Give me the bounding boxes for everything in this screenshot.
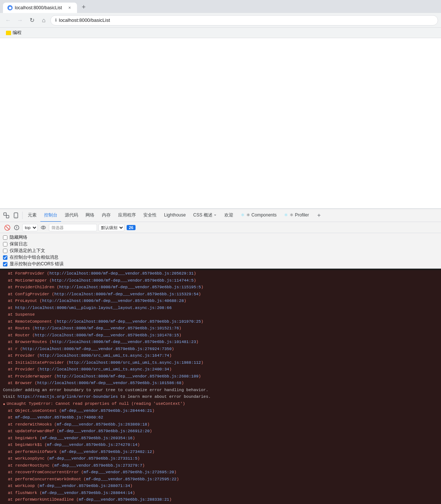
refresh-button[interactable]: ↻ [27,15,37,26]
group-similar-label: 在控制台中组合相似消息 [10,254,59,261]
console-line: at MotionWrapper (http://localhost:8000/… [0,277,441,284]
console-toolbar: 🚫 top 默认级别 26 [0,222,441,233]
console-line: at http://localhost:8000/umi__plugin-lay… [0,305,441,312]
console-line: at Suspense [0,311,441,318]
devtools-tab-memory[interactable]: 内存 [98,209,114,222]
console-line: at ProviderWrapper (http://localhost:800… [0,373,441,380]
console-line: at workLoop (mf-dep___vendor.8579e6bb.js… [0,483,441,490]
console-error-filter-btn[interactable] [13,224,21,232]
console-line: at Provider (http://localhost:8000/src_u… [0,366,441,373]
devtools-tab-elements[interactable]: 元素 [24,209,40,222]
address-bar[interactable]: ℹ localhost:8000/basicList [50,15,438,26]
devtools-panel: 元素 控制台 源代码 网络 内存 应用程序 安全性 Lighthouse CSS… [0,208,441,504]
devtools-tab-network[interactable]: 网络 [82,209,98,222]
devtools-tab-profiler[interactable]: ⚛ ⚛ Profiler [280,209,313,222]
tab-bar: localhost:8000/basicList × + [0,0,441,13]
option-cors-errors: 显示控制台中的CORS 错误 [3,261,438,267]
console-line: at updateForwardRef (mf-dep___vendor.857… [0,428,441,435]
console-line: at Routes (http://localhost:8000/mf-dep_… [0,325,441,332]
page-content [0,38,441,208]
console-line: at r (http://localhost:8000/mf-dep___ven… [0,346,441,353]
devtools-more-tabs[interactable]: + [314,211,324,220]
browser-chrome: localhost:8000/basicList × + [0,0,441,13]
devtools-toolbar: 元素 控制台 源代码 网络 内存 应用程序 安全性 Lighthouse CSS… [0,209,441,222]
bookmark-item-programming[interactable]: 编程 [3,29,24,37]
svg-rect-1 [6,215,9,218]
console-line-normal: Consider adding an error boundary to you… [0,387,441,394]
bookmark-label: 编程 [13,30,21,36]
console-line: at InitialStateProvider (http://localhos… [0,359,441,366]
error-circle-icon: ● [3,401,5,407]
devtools-tab-security[interactable]: 安全性 [140,209,160,222]
console-line: at Browser (http://localhost:8000/mf-dep… [0,380,441,387]
devtools-tab-welcome[interactable]: 欢迎 [221,209,237,222]
hide-network-label: 隐藏网络 [10,234,27,241]
back-button[interactable]: ← [3,15,13,26]
devtools-tab-components[interactable]: ⚛ ⚛ Components [237,209,280,222]
option-selected-context: 仅限选定的上下文 [3,248,438,254]
svg-rect-0 [4,213,6,215]
console-line: at mf-dep___vendor.8579e6bb.js:74060:62 [0,414,441,421]
console-line: at ConfigProvider (http://localhost:8000… [0,291,441,298]
devtools-tab-console[interactable]: 控制台 [40,209,61,222]
devtools-tab-application[interactable]: 应用程序 [114,209,140,222]
svg-point-6 [16,228,17,229]
devtools-tab-lighthouse[interactable]: Lighthouse [160,209,190,222]
svg-point-7 [41,226,46,229]
console-line: at RemoteComponent (http://localhost:800… [0,318,441,325]
selected-context-checkbox[interactable] [3,249,7,253]
console-level-select[interactable]: 默认级别 [98,224,124,231]
address-text: localhost:8000/basicList [59,17,110,23]
console-line: at BrowserRoutes (http://localhost:8000/… [0,339,441,346]
devtools-icon-device[interactable] [11,211,21,220]
home-button[interactable]: ⌂ [39,15,49,26]
tab-favicon [7,5,13,10]
new-tab-button[interactable]: + [78,2,89,12]
console-line: at performWorkUntilDeadline (mf-dep___ve… [0,496,441,503]
option-hide-network: 隐藏网络 [3,234,438,241]
console-line: at beginWork$1 (mf-dep___vendor.8579e6bb… [0,441,441,448]
option-preserve-log: 保留日志 [3,241,438,247]
console-filter-input[interactable] [49,224,97,231]
active-tab[interactable]: localhost:8000/basicList × [3,3,77,13]
console-eye-btn[interactable] [39,224,47,232]
preserve-log-label: 保留日志 [10,241,27,247]
console-line: at beginWork (mf-dep___vendor.8579e6bb.j… [0,435,441,442]
console-error-badge: 26 [127,225,136,230]
cors-errors-checkbox[interactable] [3,262,7,266]
console-line: at performUnitOfWork (mf-dep___vendor.85… [0,448,441,456]
devtools-tab-css-overview[interactable]: CSS 概述 [190,209,221,222]
bookmarks-bar: 编程 [0,28,441,38]
nav-bar: ← → ↻ ⌂ ℹ localhost:8000/basicList [0,13,441,28]
devtools-icon-inspect[interactable] [1,211,11,220]
hide-network-checkbox[interactable] [3,235,7,240]
console-line: at renderRootSync (mf-dep___vendor.8579e… [0,462,441,469]
group-similar-checkbox[interactable] [3,255,7,260]
devtools-tab-sources[interactable]: 源代码 [61,209,82,222]
console-line: at flushWork (mf-dep___vendor.8579e6bb.j… [0,490,441,497]
console-error-marker-line: ● Uncaught TypeError: Cannot read proper… [0,400,441,407]
console-line: at Router (http://localhost:8000/mf-dep_… [0,332,441,339]
console-clear-btn[interactable]: 🚫 [3,224,11,232]
tab-divider-left [22,212,23,219]
preserve-log-checkbox[interactable] [3,242,7,246]
console-line: at workLoopSync (mf-dep___vendor.8579e6b… [0,455,441,462]
tab-close-icon[interactable]: × [67,5,73,11]
svg-point-8 [43,227,44,228]
console-output[interactable]: at FormProvider (http://localhost:8000/m… [0,269,441,504]
console-line: at FormProvider (http://localhost:8000/m… [0,270,441,277]
console-line: at ProLayout (http://localhost:8000/mf-d… [0,298,441,305]
forward-button[interactable]: → [15,15,25,26]
console-line: at recoverFromConcurrentError (mf-dep___… [0,469,441,476]
console-line: at renderWithHooks (mf-dep___vendor.8579… [0,421,441,428]
cors-errors-label: 显示控制台中的CORS 错误 [10,261,64,267]
console-line: at Object.useContext (mf-dep___vendor.85… [0,407,441,414]
tab-title: localhost:8000/basicList [15,5,64,10]
console-line: at ProviderChildren (http://localhost:80… [0,284,441,291]
svg-point-3 [16,217,16,218]
selected-context-label: 仅限选定的上下文 [10,248,45,254]
address-lock-icon: ℹ [55,18,57,23]
top-context-select[interactable]: top [22,224,38,231]
console-options-panel: 隐藏网络 保留日志 仅限选定的上下文 在控制台中组合相似消息 显示控制台中的CO… [0,233,441,269]
option-group-similar: 在控制台中组合相似消息 [3,254,438,261]
